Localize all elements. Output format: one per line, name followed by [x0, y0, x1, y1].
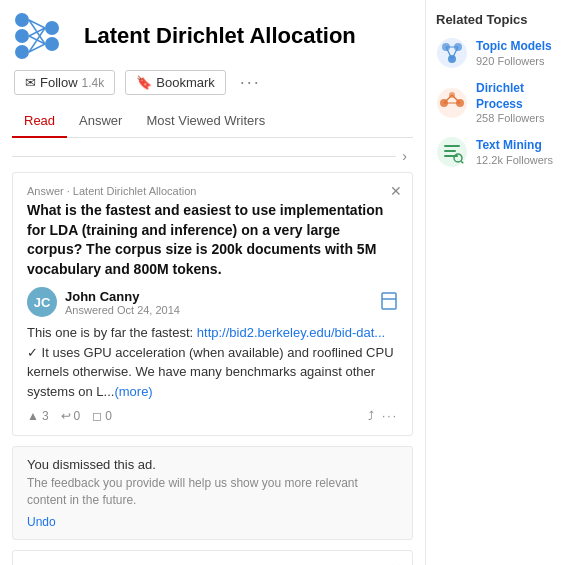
right-sidebar: Related Topics Topic Models 920 Follower… — [425, 0, 575, 565]
ad-dismissed-title: You dismissed this ad. — [27, 457, 398, 472]
topic-models-icon — [436, 37, 468, 69]
answer-card-1: Answer · Latent Dirichlet Allocation Wha… — [12, 172, 413, 436]
card-2-close-button[interactable]: ✕ — [390, 561, 402, 565]
main-content: Latent Dirichlet Allocation ✉ Follow 1.4… — [0, 0, 425, 565]
topic-models-info: Topic Models 920 Followers — [476, 39, 552, 67]
card-1-author-date: Answered Oct 24, 2014 — [65, 304, 180, 316]
card-1-comment[interactable]: ↩ 0 — [61, 409, 81, 423]
card-1-comments: 0 — [74, 409, 81, 423]
topic-actions: ✉ Follow 1.4k 🔖 Bookmark ··· — [12, 70, 413, 95]
upvote-icon: ▲ — [27, 409, 39, 423]
dirichlet-process-followers: 258 Followers — [476, 112, 565, 124]
tab-answer[interactable]: Answer — [67, 105, 134, 138]
svg-rect-11 — [382, 293, 396, 309]
card-1-share-area: ⤴ ··· — [368, 409, 398, 423]
card-1-shares: 0 — [105, 409, 112, 423]
more-options-button[interactable]: ··· — [236, 70, 265, 95]
svg-point-4 — [45, 37, 59, 51]
card-1-link[interactable]: http://bid2.berkeley.edu/bid-dat... — [197, 325, 385, 340]
card-1-text: This one is by far the fastest: http://b… — [27, 323, 398, 401]
topic-models-name: Topic Models — [476, 39, 552, 55]
card-1-save-icon[interactable] — [380, 292, 398, 310]
ad-dismissed-text: The feedback you provide will help us sh… — [27, 475, 398, 509]
card-1-more-link[interactable]: (more) — [114, 384, 152, 399]
sidebar-item-topic-models[interactable]: Topic Models 920 Followers — [436, 37, 565, 69]
topic-icon — [12, 10, 72, 62]
tab-read[interactable]: Read — [12, 105, 67, 138]
card-1-author-info: John Canny Answered Oct 24, 2014 — [65, 289, 180, 316]
card-1-initials: JC — [34, 295, 51, 310]
card-1-question: What is the fastest and easiest to use i… — [27, 201, 398, 279]
text-mining-name: Text Mining — [476, 138, 553, 154]
bookmark-label: Bookmark — [156, 75, 215, 90]
text-mining-info: Text Mining 12.2k Followers — [476, 138, 553, 166]
svg-point-0 — [15, 13, 29, 27]
svg-point-15 — [437, 38, 467, 68]
card-1-share[interactable]: ◻ 0 — [92, 409, 112, 423]
follow-icon: ✉ — [25, 75, 36, 90]
card-1-tag: Answer · Latent Dirichlet Allocation — [27, 185, 398, 197]
svg-rect-30 — [444, 145, 460, 147]
scroll-area: › — [12, 146, 413, 166]
follow-label: Follow — [40, 75, 78, 90]
bookmark-button[interactable]: 🔖 Bookmark — [125, 70, 226, 95]
sidebar-item-text-mining[interactable]: Text Mining 12.2k Followers — [436, 136, 565, 168]
card-1-upvote[interactable]: ▲ 3 — [27, 409, 49, 423]
tabs-bar: Read Answer Most Viewed Writers — [12, 105, 413, 138]
svg-point-3 — [45, 21, 59, 35]
topic-title: Latent Dirichlet Allocation — [84, 23, 356, 49]
card-1-author: JC John Canny Answered Oct 24, 2014 — [27, 287, 398, 317]
bookmark-icon: 🔖 — [136, 75, 152, 90]
tab-most-viewed[interactable]: Most Viewed Writers — [134, 105, 277, 138]
topic-header: Latent Dirichlet Allocation — [12, 10, 413, 62]
svg-rect-31 — [444, 150, 456, 152]
answer-card-2: Answer · Text Mining Is text preprocessi… — [12, 550, 413, 565]
dirichlet-process-name: Dirichlet Process — [476, 81, 565, 112]
share-icon: ◻ — [92, 409, 102, 423]
text-mining-followers: 12.2k Followers — [476, 154, 553, 166]
scroll-right-button[interactable]: › — [396, 146, 413, 166]
ad-dismissed-card: You dismissed this ad. The feedback you … — [12, 446, 413, 540]
card-1-upvotes: 3 — [42, 409, 49, 423]
follow-count: 1.4k — [82, 76, 105, 90]
card-1-author-name[interactable]: John Canny — [65, 289, 180, 304]
dirichlet-process-icon — [436, 87, 468, 119]
svg-point-1 — [15, 29, 29, 43]
follow-button[interactable]: ✉ Follow 1.4k — [14, 70, 115, 95]
card-1-actions: ▲ 3 ↩ 0 ◻ 0 ⤴ ··· — [27, 409, 398, 423]
scroll-line — [12, 156, 396, 157]
sidebar-item-dirichlet-process[interactable]: Dirichlet Process 258 Followers — [436, 81, 565, 124]
card-1-share-button[interactable]: ⤴ — [368, 409, 374, 423]
svg-point-2 — [15, 45, 29, 59]
text-mining-icon — [436, 136, 468, 168]
topic-models-followers: 920 Followers — [476, 55, 552, 67]
dirichlet-process-info: Dirichlet Process 258 Followers — [476, 81, 565, 124]
card-1-close-button[interactable]: ✕ — [390, 183, 402, 199]
card-1-more-button[interactable]: ··· — [382, 409, 398, 423]
sidebar-title: Related Topics — [436, 12, 565, 27]
comment-icon: ↩ — [61, 409, 71, 423]
card-1-avatar: JC — [27, 287, 57, 317]
ad-undo-button[interactable]: Undo — [27, 515, 56, 529]
